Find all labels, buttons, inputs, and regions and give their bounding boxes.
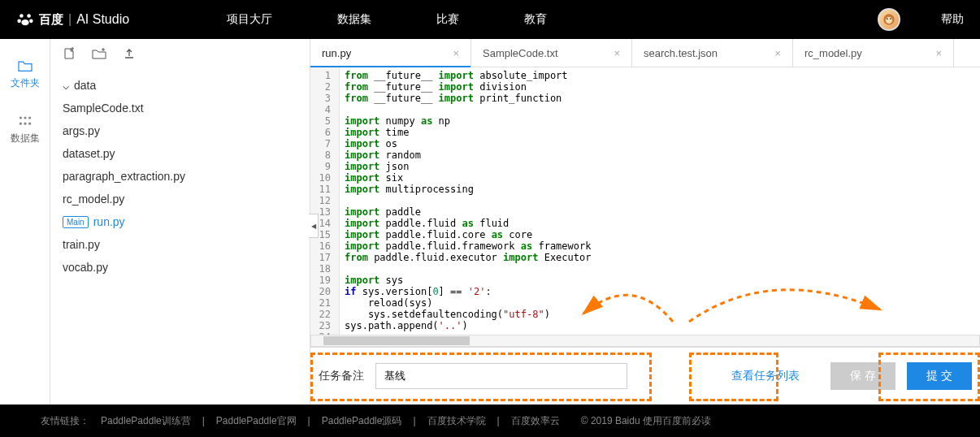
footer-link[interactable]: 百度技术学院 bbox=[427, 414, 486, 428]
svg-point-12 bbox=[19, 123, 21, 125]
help-link[interactable]: 帮助 bbox=[941, 12, 964, 27]
svg-point-9 bbox=[19, 116, 21, 119]
nav-datasets[interactable]: 数据集 bbox=[337, 12, 371, 27]
task-note-input[interactable] bbox=[375, 363, 627, 389]
file-item[interactable]: train.py bbox=[50, 233, 310, 256]
task-bar: 任务备注 查看任务列表 保 存 提 交 bbox=[310, 347, 980, 405]
svg-point-10 bbox=[24, 116, 26, 119]
code-source[interactable]: from __future__ import absolute_import f… bbox=[340, 67, 980, 335]
svg-point-0 bbox=[20, 14, 24, 18]
close-icon[interactable]: × bbox=[614, 47, 620, 59]
folder-icon bbox=[17, 59, 33, 72]
upload-icon[interactable] bbox=[123, 47, 136, 63]
main-nav: 项目大厅 数据集 比赛 教育 bbox=[227, 12, 547, 27]
logo[interactable]: 百度 | AI Studio bbox=[16, 11, 129, 28]
avatar[interactable] bbox=[878, 8, 900, 31]
svg-point-14 bbox=[28, 123, 31, 125]
submit-button[interactable]: 提 交 bbox=[907, 362, 972, 390]
footer-link[interactable]: PaddlePaddle官网 bbox=[216, 414, 297, 428]
file-item[interactable]: paragraph_extraction.py bbox=[50, 165, 310, 188]
footer: 友情链接： PaddlePaddle训练营| PaddlePaddle官网| P… bbox=[0, 405, 980, 437]
svg-point-2 bbox=[17, 19, 21, 24]
editor-tabs: run.py× SampleCode.txt× search.test.json… bbox=[310, 39, 980, 67]
horizontal-scrollbar[interactable] bbox=[310, 335, 980, 347]
header: 百度 | AI Studio 项目大厅 数据集 比赛 教育 帮助 bbox=[0, 0, 980, 39]
folder-data[interactable]: ⌵data bbox=[50, 74, 310, 97]
footer-link[interactable]: PaddlePaddle训练营 bbox=[101, 414, 191, 428]
nav-edu[interactable]: 教育 bbox=[524, 12, 547, 27]
file-list: ⌵data SampleCode.txt args.py dataset.py … bbox=[50, 70, 310, 405]
footer-copyright: © 2019 Baidu 使用百度前必读 bbox=[581, 414, 711, 428]
file-item[interactable]: args.py bbox=[50, 119, 310, 142]
monkey-icon bbox=[881, 11, 897, 28]
file-item[interactable]: SampleCode.txt bbox=[50, 97, 310, 119]
chevron-down-icon: ⌵ bbox=[63, 79, 69, 92]
svg-point-8 bbox=[890, 18, 891, 19]
new-file-icon[interactable] bbox=[63, 47, 76, 63]
tab-search-json[interactable]: search.test.json× bbox=[632, 39, 793, 67]
nav-projects[interactable]: 项目大厅 bbox=[227, 12, 272, 27]
file-item-run[interactable]: Mainrun.py bbox=[50, 210, 310, 233]
svg-point-4 bbox=[21, 19, 28, 25]
save-button[interactable]: 保 存 bbox=[830, 362, 895, 390]
tab-rc-model[interactable]: rc_model.py× bbox=[793, 39, 954, 67]
footer-link[interactable]: 百度效率云 bbox=[511, 414, 560, 428]
iconbar-files[interactable]: 文件夹 bbox=[11, 59, 40, 90]
svg-point-1 bbox=[27, 14, 31, 18]
footer-link[interactable]: PaddlePaddle源码 bbox=[322, 414, 402, 428]
file-item[interactable]: dataset.py bbox=[50, 142, 310, 165]
file-sidebar: ⌵data SampleCode.txt args.py dataset.py … bbox=[50, 39, 310, 405]
collapse-sidebar-button[interactable]: ◀ bbox=[309, 214, 319, 238]
iconbar-datasets[interactable]: 数据集 bbox=[11, 115, 40, 145]
tab-run-py[interactable]: run.py× bbox=[310, 39, 471, 67]
nav-contest[interactable]: 比赛 bbox=[436, 12, 459, 27]
file-item[interactable]: rc_model.py bbox=[50, 188, 310, 210]
svg-point-11 bbox=[28, 116, 31, 119]
brand-main: 百度 bbox=[39, 12, 63, 28]
new-folder-icon[interactable] bbox=[92, 48, 106, 62]
brand-sub: AI Studio bbox=[76, 12, 129, 27]
task-note-label: 任务备注 bbox=[319, 369, 364, 383]
left-iconbar: 文件夹 数据集 bbox=[0, 39, 50, 405]
main-badge: Main bbox=[63, 216, 89, 228]
scroll-thumb[interactable] bbox=[323, 336, 470, 345]
tab-samplecode[interactable]: SampleCode.txt× bbox=[471, 39, 632, 67]
svg-point-7 bbox=[887, 18, 888, 19]
code-editor[interactable]: 123456789101112131415161718192021222324 … bbox=[310, 67, 980, 335]
line-gutter: 123456789101112131415161718192021222324 bbox=[310, 67, 340, 335]
close-icon[interactable]: × bbox=[453, 47, 459, 59]
svg-point-13 bbox=[24, 123, 26, 125]
close-icon[interactable]: × bbox=[774, 47, 781, 59]
editor-area: run.py× SampleCode.txt× search.test.json… bbox=[310, 39, 980, 405]
svg-point-6 bbox=[886, 17, 892, 24]
file-item[interactable]: vocab.py bbox=[50, 256, 310, 279]
view-tasks-link[interactable]: 查看任务列表 bbox=[731, 369, 800, 383]
svg-point-3 bbox=[29, 19, 33, 24]
footer-prefix: 友情链接： bbox=[41, 414, 89, 428]
paw-icon bbox=[16, 11, 34, 28]
close-icon[interactable]: × bbox=[935, 47, 942, 59]
grid-icon bbox=[17, 115, 33, 128]
file-toolbar bbox=[50, 39, 310, 70]
